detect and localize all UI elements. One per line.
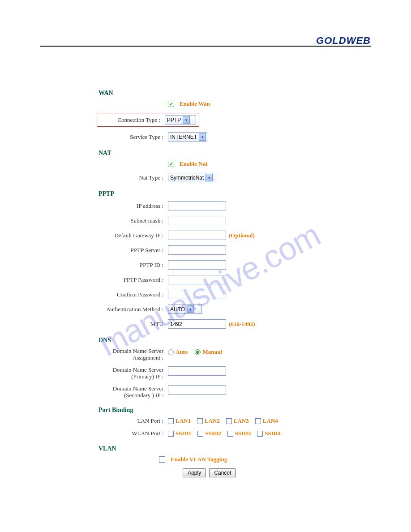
ssid1-checkbox[interactable]	[168, 431, 174, 437]
pptp-server-label: PPTP Server :	[98, 247, 168, 254]
enable-vlan-checkbox[interactable]	[159, 456, 165, 463]
pptp-password-label: PPTP Password :	[98, 276, 168, 283]
service-type-select[interactable]: INTERNET ▾	[168, 132, 207, 142]
lan2-checkbox[interactable]	[197, 418, 203, 424]
dns-primary-input[interactable]	[168, 366, 226, 376]
dns-primary-label: Domain Name Server(Primary) IP :	[98, 366, 168, 380]
lan-port-label: LAN Port :	[98, 417, 168, 425]
nat-type-label: Nat Type :	[98, 174, 168, 181]
chevron-down-icon: ▾	[206, 174, 213, 181]
ssid2-label: SSID2	[205, 430, 221, 437]
dns-secondary-input[interactable]	[168, 385, 226, 395]
mtu-input[interactable]	[168, 319, 226, 329]
enable-vlan-label: Enable VLAN Tagging	[171, 456, 227, 463]
settings-panel: manualshive.com WAN Enable Wan Connectio…	[98, 87, 320, 477]
lan4-checkbox[interactable]	[255, 418, 261, 424]
enable-nat-checkbox[interactable]	[168, 161, 174, 167]
lan3-label: LAN3	[234, 417, 249, 425]
vlan-section-title: VLAN	[98, 442, 320, 456]
confirm-password-label: Confirm Password :	[98, 291, 168, 298]
apply-button[interactable]: Apply	[183, 468, 206, 477]
enable-wan-checkbox[interactable]	[168, 101, 174, 107]
nat-type-value: SymmetricNat	[170, 175, 204, 181]
optional-note: (Optional)	[229, 232, 255, 239]
connection-type-highlight: Connection Type : PPTP ▾	[97, 113, 199, 127]
cancel-button[interactable]: Cancel	[209, 468, 235, 477]
nat-type-select[interactable]: SymmetricNat ▾	[168, 173, 216, 182]
lan1-checkbox[interactable]	[168, 418, 174, 424]
pptp-section-title: PPTP	[98, 188, 320, 201]
pptp-id-input[interactable]	[168, 260, 226, 270]
dns-secondary-label: Domain Name Server(Secondary ) IP :	[98, 385, 168, 399]
ssid1-label: SSID1	[176, 430, 191, 437]
ip-address-input[interactable]	[168, 201, 226, 210]
brand-logo: GOLDWEB	[316, 35, 371, 47]
port-binding-section-title: Port Binding	[98, 404, 320, 417]
pptp-id-label: PPTP ID :	[98, 262, 168, 269]
ssid4-checkbox[interactable]	[257, 431, 263, 437]
ssid3-label: SSID3	[235, 430, 251, 437]
ip-address-label: IP address :	[98, 202, 168, 210]
wan-section-title: WAN	[98, 87, 320, 100]
auth-method-value: AUTO	[170, 306, 185, 313]
dns-manual-label: Manual	[202, 348, 222, 356]
mtu-note: (616-1492)	[229, 321, 255, 328]
auth-method-label: Authentication Method :	[98, 306, 168, 313]
dns-auto-label: Auto	[176, 348, 188, 356]
wlan-port-label: WLAN Port :	[98, 430, 168, 437]
service-type-value: INTERNET	[170, 134, 197, 140]
dns-auto-radio[interactable]	[168, 349, 174, 355]
chevron-down-icon: ▾	[187, 305, 194, 313]
chevron-down-icon: ▾	[183, 116, 190, 124]
lan3-checkbox[interactable]	[226, 418, 232, 424]
enable-nat-label: Enable Nat	[180, 160, 207, 167]
pptp-server-input[interactable]	[168, 245, 226, 255]
subnet-mask-input[interactable]	[168, 216, 226, 225]
connection-type-select[interactable]: PPTP ▾	[165, 115, 196, 124]
ssid3-checkbox[interactable]	[227, 431, 233, 437]
chevron-down-icon: ▾	[199, 133, 206, 141]
dns-assignment-label: Domain Name ServerAssignment :	[98, 348, 168, 361]
lan2-label: LAN2	[205, 417, 220, 425]
lan4-label: LAN4	[263, 417, 278, 425]
ssid2-checkbox[interactable]	[197, 431, 203, 437]
enable-wan-label: Enable Wan	[180, 100, 210, 107]
mtu-label: MTU	[98, 321, 168, 328]
pptp-password-input[interactable]	[168, 275, 226, 284]
lan1-label: LAN1	[176, 417, 191, 425]
connection-type-label: Connection Type :	[97, 116, 165, 124]
subnet-mask-label: Subnet mask :	[98, 217, 168, 224]
default-gateway-input[interactable]	[168, 231, 226, 240]
dns-manual-radio[interactable]	[195, 349, 201, 355]
confirm-password-input[interactable]	[168, 290, 226, 299]
default-gateway-label: Default Gateway IP :	[98, 232, 168, 239]
nat-section-title: NAT	[98, 147, 320, 160]
ssid4-label: SSID4	[265, 430, 280, 437]
auth-method-select[interactable]: AUTO ▾	[168, 305, 202, 314]
connection-type-value: PPTP	[167, 117, 181, 123]
service-type-label: Service Type :	[98, 133, 168, 141]
dns-section-title: DNS	[98, 334, 320, 348]
